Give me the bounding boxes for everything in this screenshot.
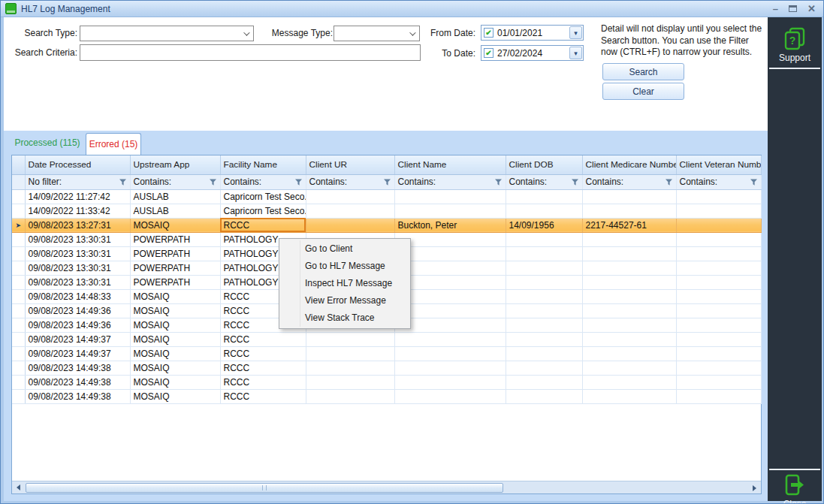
table-cell[interactable]: 09/08/2023 14:49:38: [25, 361, 130, 375]
table-cell[interactable]: [506, 289, 582, 303]
table-cell[interactable]: [676, 346, 761, 361]
filter-cell[interactable]: No filter:: [25, 174, 130, 189]
table-row[interactable]: 09/08/2023 14:49:38MOSAIQRCCC: [12, 361, 761, 375]
table-cell[interactable]: [582, 189, 676, 204]
table-cell[interactable]: [306, 361, 394, 375]
table-cell[interactable]: 14/09/2022 11:33:42: [25, 204, 130, 218]
table-row[interactable]: 09/08/2023 14:49:38MOSAIQRCCC: [12, 389, 761, 403]
table-cell[interactable]: MOSAIQ: [130, 332, 220, 346]
table-cell[interactable]: [394, 289, 506, 303]
table-cell[interactable]: RCCC: [220, 361, 306, 375]
table-cell[interactable]: RCCC: [220, 389, 306, 403]
table-cell[interactable]: [676, 246, 761, 261]
table-cell[interactable]: [506, 375, 582, 389]
table-cell[interactable]: [582, 261, 676, 275]
tab-errored[interactable]: Errored (15): [86, 133, 141, 155]
table-cell[interactable]: [506, 346, 582, 361]
tab-processed[interactable]: Processed (115): [11, 133, 83, 152]
table-cell[interactable]: MOSAIQ: [130, 218, 220, 232]
table-cell[interactable]: [582, 375, 676, 389]
filter-cell[interactable]: Contains:: [506, 174, 582, 189]
table-cell[interactable]: 09/08/2023 13:30:31: [25, 275, 130, 289]
table-cell[interactable]: RCCC: [220, 218, 306, 232]
table-cell[interactable]: [306, 375, 394, 389]
column-header[interactable]: Upstream App: [130, 155, 220, 174]
table-row[interactable]: 14/09/2022 11:27:42AUSLABCapricorn Test …: [12, 189, 761, 204]
context-menu-item[interactable]: Go to Client: [279, 240, 410, 258]
table-cell[interactable]: [676, 204, 761, 218]
to-date-checkbox[interactable]: ✔: [484, 48, 493, 58]
search-criteria-input[interactable]: [80, 44, 421, 61]
table-cell[interactable]: [506, 204, 582, 218]
message-type-combobox[interactable]: [334, 26, 420, 41]
table-cell[interactable]: [306, 218, 394, 232]
table-cell[interactable]: [506, 232, 582, 246]
table-cell[interactable]: 09/08/2023 14:49:38: [25, 389, 130, 403]
filter-funnel-icon[interactable]: [383, 178, 391, 186]
table-cell[interactable]: [306, 346, 394, 361]
table-cell[interactable]: [582, 361, 676, 375]
table-cell[interactable]: 2217-44527-61: [582, 218, 676, 232]
context-menu-item[interactable]: Inspect HL7 Message: [279, 275, 410, 292]
table-cell[interactable]: [394, 332, 506, 346]
column-header[interactable]: Facility Name: [220, 155, 306, 174]
table-row[interactable]: 14/09/2022 11:33:42AUSLABCapricorn Test …: [12, 204, 761, 218]
column-header[interactable]: Client DOB: [506, 155, 582, 174]
table-cell[interactable]: MOSAIQ: [130, 303, 220, 318]
table-cell[interactable]: [506, 189, 582, 204]
table-cell[interactable]: [506, 389, 582, 403]
table-cell[interactable]: [676, 232, 761, 246]
table-cell[interactable]: POWERPATH: [130, 232, 220, 246]
context-menu-item[interactable]: View Stack Trace: [279, 309, 410, 327]
table-cell[interactable]: [306, 389, 394, 403]
support-button[interactable]: ? Support: [768, 27, 822, 63]
table-cell[interactable]: [506, 275, 582, 289]
table-cell[interactable]: RCCC: [220, 375, 306, 389]
table-cell[interactable]: MOSAIQ: [130, 346, 220, 361]
table-cell[interactable]: [676, 289, 761, 303]
table-cell[interactable]: 09/08/2023 13:30:31: [25, 232, 130, 246]
table-cell[interactable]: [582, 232, 676, 246]
table-cell[interactable]: [676, 189, 761, 204]
from-date-picker[interactable]: ✔ 01/01/2021 ▾: [481, 25, 584, 41]
from-date-checkbox[interactable]: ✔: [484, 28, 493, 38]
table-cell[interactable]: POWERPATH: [130, 261, 220, 275]
filter-cell[interactable]: Contains:: [676, 174, 761, 189]
filter-funnel-icon[interactable]: [571, 178, 579, 186]
table-cell[interactable]: [582, 346, 676, 361]
table-cell[interactable]: 09/08/2023 14:49:36: [25, 318, 130, 332]
to-date-dropdown-icon[interactable]: ▾: [569, 47, 582, 59]
from-date-dropdown-icon[interactable]: ▾: [569, 26, 582, 39]
table-cell[interactable]: [394, 361, 506, 375]
minimize-button[interactable]: –: [773, 4, 778, 14]
table-cell[interactable]: AUSLAB: [130, 189, 220, 204]
scroll-right-icon[interactable]: [748, 481, 761, 494]
table-cell[interactable]: [394, 232, 506, 246]
table-cell[interactable]: MOSAIQ: [130, 318, 220, 332]
clear-button[interactable]: Clear: [602, 83, 684, 100]
table-cell[interactable]: [582, 303, 676, 318]
table-cell[interactable]: [582, 246, 676, 261]
table-cell[interactable]: [582, 289, 676, 303]
table-cell[interactable]: 09/08/2023 14:49:36: [25, 303, 130, 318]
table-cell[interactable]: [394, 204, 506, 218]
table-cell[interactable]: [394, 375, 506, 389]
table-row[interactable]: 09/08/2023 14:49:37MOSAIQRCCC: [12, 332, 761, 346]
to-date-picker[interactable]: ✔ 27/02/2024 ▾: [481, 45, 584, 61]
table-cell[interactable]: 09/08/2023 14:49:37: [25, 332, 130, 346]
table-row[interactable]: 09/08/2023 14:49:37MOSAIQRCCC: [12, 346, 761, 361]
table-cell[interactable]: [676, 389, 761, 403]
table-cell[interactable]: 09/08/2023 13:27:31: [25, 218, 130, 232]
filter-funnel-icon[interactable]: [294, 178, 303, 186]
table-cell[interactable]: [582, 204, 676, 218]
filter-cell[interactable]: Contains:: [306, 174, 394, 189]
filter-cell[interactable]: Contains:: [394, 174, 506, 189]
maximize-button[interactable]: [789, 5, 797, 12]
table-cell[interactable]: [582, 332, 676, 346]
table-cell[interactable]: 09/08/2023 13:30:31: [25, 261, 130, 275]
table-cell[interactable]: [582, 389, 676, 403]
table-cell[interactable]: [676, 275, 761, 289]
table-cell[interactable]: 14/09/1956: [506, 218, 582, 232]
table-cell[interactable]: 09/08/2023 14:49:37: [25, 346, 130, 361]
table-cell[interactable]: [582, 275, 676, 289]
